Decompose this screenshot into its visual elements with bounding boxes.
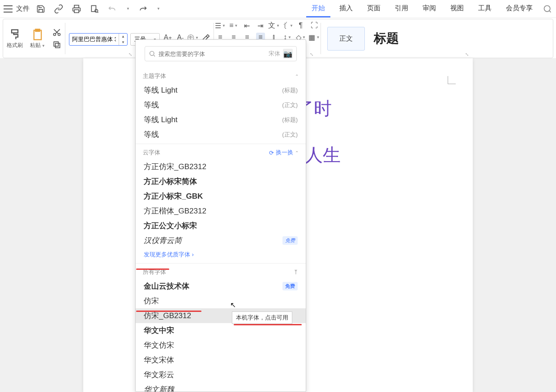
paste-group: 粘贴▼ [26,19,49,58]
format-painter-label: 格式刷 [7,42,23,49]
all-fonts-section: 所有字体⤒ 金山云技术体免费 仿宋 仿宋_GB2312 华文中宋 华文仿宋 华文… [136,264,306,392]
tab-member[interactable]: 会员专享 [500,0,538,17]
paragraph-mark-icon[interactable]: ¶ [296,21,305,30]
save-icon[interactable] [36,4,46,14]
borders-icon[interactable]: ▦▼ [310,33,319,42]
style-normal[interactable]: 正文 [327,27,365,51]
svg-point-12 [150,51,154,55]
font-up[interactable]: ▲ [119,34,127,39]
font-item[interactable]: 等线(正文) [136,127,306,142]
scroll-top-icon[interactable]: ⤒ [293,268,299,276]
font-dropdown-panel: 宋体 📷 主题字体⌃ 等线 Light(标题) 等线(正文) 等线 Light(… [135,39,306,392]
ribbon-tabs: 开始 插入 页面 引用 审阅 视图 工具 会员专享 [306,0,538,17]
annotation-line [234,324,302,325]
svg-rect-10 [56,43,60,48]
fit-width-icon[interactable]: ⛶ [310,21,319,30]
tab-view[interactable]: 视图 [445,0,469,17]
tab-tools[interactable]: 工具 [473,0,497,17]
paragraph-launcher[interactable]: ⤡ [465,52,551,57]
font-name-box[interactable]: ▲▼ [69,33,128,46]
refresh-fonts[interactable]: ⟳ 换一换 ⌃ [269,149,299,157]
tab-reference[interactable]: 引用 [389,0,414,17]
camera-icon[interactable]: 📷 [283,49,293,59]
font-search-input[interactable] [158,51,269,57]
font-search-box[interactable]: 宋体 📷 [145,46,297,61]
font-item[interactable]: 方正小标宋简体 [136,174,306,189]
font-item[interactable]: 等线 Light(标题) [136,112,306,127]
font-tooltip: 本机字体，点击可用 [232,311,292,324]
top-bar: 文件 ▼ ▼ 开始 插入 页面 引用 审阅 视图 工具 会员专享 [0,0,556,18]
font-item[interactable]: 方正仿宋_GB2312 [136,159,306,174]
font-item[interactable]: 华文宋体 [136,353,306,367]
format-painter-group: 格式刷 [3,19,26,58]
menu-icon[interactable] [4,5,13,13]
search-icon[interactable] [543,4,552,14]
print-icon[interactable] [72,4,81,14]
annotation-line [136,311,201,312]
theme-header: 主题字体 [143,72,166,80]
style-heading[interactable]: 标题 [374,30,399,47]
undo-icon[interactable] [107,4,117,14]
search-icon [149,50,156,57]
font-item[interactable]: 方正楷体_GB2312 [136,204,306,218]
svg-rect-0 [74,9,79,13]
tab-page[interactable]: 页面 [362,0,386,17]
cloud-header: 云字体 [143,149,160,157]
font-item[interactable]: 华文仿宋 [136,338,306,353]
font-item[interactable]: 汉仪青云简免费 [136,233,306,248]
svg-rect-11 [54,42,58,46]
font-item[interactable]: 方正小标宋_GBK [136,189,306,204]
page-corner-mark [448,76,456,84]
tab-review[interactable]: 审阅 [417,0,441,17]
clipboard-extra [49,19,65,58]
theme-fonts-section: 主题字体⌃ 等线 Light(标题) 等线(正文) 等线 Light(标题) 等… [136,68,306,144]
font-item[interactable]: 仿宋 [136,294,306,308]
svg-rect-2 [91,5,96,11]
numbering-icon[interactable]: ≡▼ [229,21,238,30]
file-menu[interactable]: 文件 [16,4,30,13]
svg-point-4 [544,5,550,11]
paste-icon[interactable] [31,28,44,41]
font-item[interactable]: 华文新魏 [136,382,306,392]
font-name-input[interactable] [69,36,119,43]
print-preview-icon[interactable] [90,4,99,14]
undo-dropdown[interactable]: ▼ [126,7,130,11]
styles-group: 正文 标题 [321,19,405,58]
cut-icon[interactable] [52,28,61,37]
annotation-line [136,268,169,270]
svg-rect-7 [35,29,39,31]
indent-decrease-icon[interactable]: ⇤ [243,21,252,30]
cursor-icon: ↖ [230,301,236,309]
tab-insert[interactable]: 插入 [334,0,358,17]
font-search-hint: 宋体 [269,50,280,58]
font-down[interactable]: ▼ [119,39,127,45]
redo-dropdown[interactable]: ▼ [157,7,160,11]
collapse-icon[interactable]: ⌃ [295,74,299,79]
font-item[interactable]: 等线(正文) [136,98,306,112]
svg-rect-5 [12,30,18,33]
font-item[interactable]: 华文彩云 [136,367,306,382]
more-fonts-link[interactable]: 发现更多优质字体 › [136,248,306,261]
cloud-fonts-section: 云字体⟳ 换一换 ⌃ 方正仿宋_GB2312 方正小标宋简体 方正小标宋_GBK… [136,144,306,264]
copy-icon[interactable] [52,40,61,49]
tab-start[interactable]: 开始 [306,0,330,17]
font-item[interactable]: 金山云技术体免费 [136,279,306,294]
quick-actions: ▼ ▼ [36,4,160,14]
bullets-icon[interactable]: ☰▼ [216,21,225,30]
paste-label: 粘贴▼ [30,42,45,49]
format-painter-icon[interactable] [9,28,21,41]
redo-icon[interactable] [138,4,148,14]
font-item[interactable]: 方正公文小标宋 [136,218,306,233]
text-direction-icon[interactable]: 文▼ [269,21,278,30]
svg-rect-1 [74,5,79,8]
font-item[interactable]: 等线 Light(标题) [136,83,306,98]
link-icon[interactable] [54,4,64,14]
strikethrough-icon[interactable]: ꧌▼ [283,21,292,30]
indent-increase-icon[interactable]: ⇥ [256,21,265,30]
